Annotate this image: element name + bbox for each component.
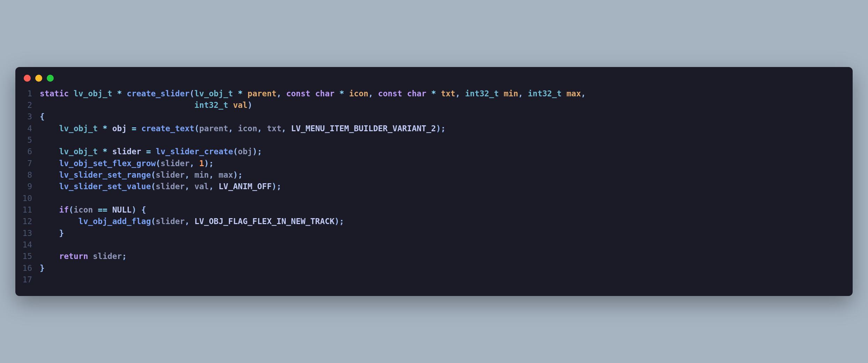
- token-plain: [286, 124, 291, 133]
- code-line[interactable]: 12 lv_obj_add_flag(slider, LV_OBJ_FLAG_F…: [15, 216, 853, 227]
- token-plain: [40, 205, 59, 214]
- token-plain: slider: [156, 182, 185, 191]
- token-punct: ,: [209, 182, 214, 191]
- token-plain: [40, 170, 59, 179]
- line-content[interactable]: lv_obj_add_flag(slider, LV_OBJ_FLAG_FLEX…: [40, 216, 853, 227]
- code-line[interactable]: 9 lv_slider_set_value(slider, val, LV_AN…: [15, 181, 853, 192]
- line-content[interactable]: {: [40, 111, 853, 123]
- token-param: val: [233, 101, 248, 110]
- token-plain: txt: [267, 124, 282, 133]
- line-content[interactable]: static lv_obj_t * create_slider(lv_obj_t…: [40, 88, 853, 99]
- token-plain: [40, 252, 59, 261]
- token-id: slider: [112, 147, 141, 156]
- code-line[interactable]: 1static lv_obj_t * create_slider(lv_obj_…: [15, 88, 853, 99]
- token-punct: (: [69, 205, 74, 214]
- token-plain: [88, 252, 93, 261]
- line-number: 10: [15, 193, 40, 204]
- code-line[interactable]: 16}: [15, 262, 853, 274]
- line-content[interactable]: int32_t val): [40, 99, 853, 111]
- token-plain: [136, 205, 141, 214]
- token-plain: slider: [156, 170, 185, 179]
- token-plain: [426, 89, 431, 98]
- code-line[interactable]: 2 int32_t val): [15, 99, 853, 111]
- code-line[interactable]: 15 return slider;: [15, 251, 853, 262]
- line-number: 8: [15, 169, 40, 181]
- token-punct: ,: [185, 217, 189, 226]
- line-number: 16: [15, 262, 40, 274]
- token-plain: [107, 147, 112, 156]
- token-punct: ): [247, 101, 252, 110]
- token-plain: [233, 124, 238, 133]
- line-content[interactable]: lv_obj_set_flex_grow(slider, 1);: [40, 158, 853, 169]
- line-content[interactable]: [40, 193, 853, 204]
- code-line[interactable]: 5: [15, 134, 853, 146]
- line-content[interactable]: }: [40, 228, 853, 239]
- line-number: 4: [15, 123, 40, 134]
- token-kw: const: [286, 89, 310, 98]
- token-fn: lv_slider_set_value: [59, 182, 151, 191]
- token-punct: ;: [238, 170, 243, 179]
- token-type: lv_obj_t: [59, 124, 98, 133]
- token-plain: [373, 89, 378, 98]
- line-content[interactable]: lv_obj_t * slider = lv_slider_create(obj…: [40, 146, 853, 157]
- token-type: lv_obj_t: [74, 89, 112, 98]
- token-plain: [98, 124, 103, 133]
- token-punct: ,: [185, 182, 189, 191]
- token-plain: [233, 89, 238, 98]
- token-kw: const: [378, 89, 402, 98]
- token-plain: [93, 205, 98, 214]
- minimize-icon[interactable]: [35, 75, 42, 82]
- token-punct: ,: [368, 89, 373, 98]
- code-line[interactable]: 6 lv_obj_t * slider = lv_slider_create(o…: [15, 146, 853, 157]
- token-plain: [141, 147, 146, 156]
- code-line[interactable]: 10: [15, 193, 853, 204]
- token-plain: [282, 89, 286, 98]
- token-plain: [436, 89, 441, 98]
- line-number: 7: [15, 158, 40, 169]
- token-plain: [112, 89, 117, 98]
- code-line[interactable]: 8 lv_slider_set_range(slider, min, max);: [15, 169, 853, 181]
- line-content[interactable]: return slider;: [40, 251, 853, 262]
- code-editor[interactable]: 1static lv_obj_t * create_slider(lv_obj_…: [15, 84, 853, 296]
- token-plain: [40, 217, 78, 226]
- token-plain: val: [194, 182, 209, 191]
- token-punct: ,: [518, 89, 523, 98]
- token-punct: ,: [277, 89, 282, 98]
- close-icon[interactable]: [24, 75, 31, 82]
- token-punct: (: [194, 124, 199, 133]
- token-punct: ,: [185, 170, 189, 179]
- code-line[interactable]: 4 lv_obj_t * obj = create_text(parent, i…: [15, 123, 853, 134]
- token-plain: [402, 89, 407, 98]
- token-punct: (: [189, 89, 194, 98]
- line-content[interactable]: [40, 239, 853, 251]
- line-content[interactable]: lv_slider_set_range(slider, min, max);: [40, 169, 853, 181]
- line-content[interactable]: lv_slider_set_value(slider, val, LV_ANIM…: [40, 181, 853, 192]
- line-number: 2: [15, 99, 40, 111]
- line-content[interactable]: if(icon == NULL) {: [40, 204, 853, 216]
- token-const: LV_MENU_ITEM_BUILDER_VARIANT_2: [291, 124, 436, 133]
- token-plain: min: [194, 170, 209, 179]
- code-line[interactable]: 11 if(icon == NULL) {: [15, 204, 853, 216]
- token-punct: ): [436, 124, 441, 133]
- line-number: 17: [15, 274, 40, 286]
- token-const: NULL: [112, 205, 132, 214]
- token-punct: ;: [209, 159, 214, 168]
- token-punct: ): [335, 217, 339, 226]
- line-content[interactable]: [40, 134, 853, 146]
- token-plain: parent: [199, 124, 228, 133]
- code-line[interactable]: 14: [15, 239, 853, 251]
- line-content[interactable]: lv_obj_t * obj = create_text(parent, ico…: [40, 123, 853, 134]
- token-type: int32_t: [528, 89, 562, 98]
- line-content[interactable]: }: [40, 262, 853, 274]
- code-line[interactable]: 7 lv_obj_set_flex_grow(slider, 1);: [15, 158, 853, 169]
- token-punct: (: [151, 217, 156, 226]
- maximize-icon[interactable]: [47, 75, 54, 82]
- token-plain: [40, 147, 59, 156]
- token-plain: [40, 159, 59, 168]
- token-punct: ;: [441, 124, 446, 133]
- token-plain: [214, 170, 219, 179]
- code-line[interactable]: 3{: [15, 111, 853, 123]
- code-line[interactable]: 17: [15, 274, 853, 286]
- line-content[interactable]: [40, 274, 853, 286]
- code-line[interactable]: 13 }: [15, 228, 853, 239]
